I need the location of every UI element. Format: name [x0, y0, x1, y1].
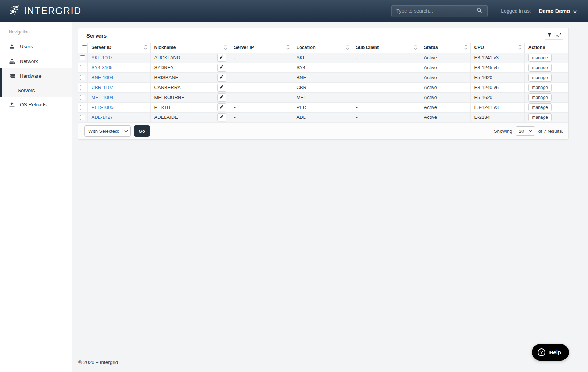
- pencil-icon: [219, 75, 224, 80]
- sidebar-section-label: Navigation: [0, 22, 72, 39]
- filter-icon: [547, 33, 552, 38]
- edit-nickname-button[interactable]: [217, 74, 226, 82]
- nickname-text: CANBERRA: [154, 85, 181, 90]
- user-menu[interactable]: Demo Demo: [539, 8, 577, 14]
- table-header-row: Server ID Nickname Server IP Location: [78, 43, 568, 53]
- server-ip-cell: -: [230, 92, 293, 102]
- row-checkbox[interactable]: [80, 65, 85, 70]
- edit-nickname-button[interactable]: [217, 103, 226, 111]
- location-cell: SY4: [293, 63, 352, 72]
- location-cell: PER: [293, 102, 352, 112]
- sort-icon: [518, 45, 521, 51]
- sidebar-item-servers[interactable]: Servers: [2, 83, 72, 97]
- filter-button[interactable]: [545, 31, 554, 40]
- servers-table: Server ID Nickname Server IP Location: [78, 43, 568, 123]
- refresh-button[interactable]: [554, 31, 563, 40]
- brand-name: INTERGRID: [24, 5, 82, 17]
- page-size-select[interactable]: 20: [516, 126, 535, 136]
- row-checkbox[interactable]: [80, 105, 85, 110]
- results-count-label: of 7 results.: [538, 128, 563, 134]
- select-all-checkbox[interactable]: [82, 45, 87, 50]
- cpu-cell: E5-1620: [470, 72, 524, 82]
- sub-client-cell: -: [352, 72, 420, 82]
- column-header-location[interactable]: Location: [293, 43, 352, 53]
- table-row: ME1-1004 MELBOURNE - ME1 - Active E5-162…: [78, 92, 568, 102]
- server-id-link[interactable]: PER-1005: [92, 104, 114, 110]
- row-checkbox[interactable]: [80, 75, 85, 80]
- edit-nickname-button[interactable]: [217, 64, 226, 72]
- column-header-nickname[interactable]: Nickname: [150, 43, 230, 53]
- manage-button[interactable]: manage: [528, 64, 552, 72]
- search-button[interactable]: [471, 6, 487, 17]
- nickname-text: BRISBANE: [154, 75, 179, 80]
- sidebar-item-os-reloads[interactable]: OS Reloads: [0, 97, 72, 112]
- search-icon: [477, 8, 482, 14]
- server-id-link[interactable]: CBR-1107: [92, 85, 114, 90]
- manage-button[interactable]: manage: [528, 84, 552, 92]
- cpu-cell: E-2134: [470, 112, 524, 122]
- pencil-icon: [219, 55, 224, 60]
- status-cell: Active: [420, 53, 470, 63]
- edit-nickname-button[interactable]: [217, 54, 226, 62]
- server-id-link[interactable]: AKL-1007: [92, 55, 113, 60]
- sub-client-cell: -: [352, 112, 420, 122]
- sidebar: Navigation Users Network: [0, 22, 72, 372]
- manage-button[interactable]: manage: [528, 74, 552, 82]
- edit-nickname-button[interactable]: [217, 93, 226, 102]
- edit-nickname-button[interactable]: [217, 113, 226, 121]
- select-all-header: [78, 43, 87, 53]
- server-id-link[interactable]: SY4-3105: [92, 65, 113, 70]
- manage-button[interactable]: manage: [528, 103, 552, 111]
- search-input[interactable]: [392, 6, 471, 17]
- sidebar-active-section: Hardware Servers: [0, 68, 72, 97]
- edit-nickname-button[interactable]: [217, 84, 226, 92]
- sidebar-item-label: Hardware: [20, 73, 42, 79]
- column-header-sub-client[interactable]: Sub Client: [352, 43, 420, 53]
- status-cell: Active: [420, 112, 470, 122]
- manage-button[interactable]: manage: [528, 113, 552, 121]
- cpu-cell: E3-1241 v3: [470, 102, 524, 112]
- row-checkbox[interactable]: [80, 55, 85, 60]
- server-id-link[interactable]: ADL-1427: [92, 114, 113, 120]
- refresh-icon: [556, 32, 561, 38]
- status-cell: Active: [420, 63, 470, 72]
- sub-client-cell: -: [352, 53, 420, 63]
- sort-icon: [414, 45, 417, 51]
- sidebar-item-hardware[interactable]: Hardware: [2, 68, 72, 83]
- sidebar-item-network[interactable]: Network: [0, 54, 72, 68]
- upload-icon: [9, 102, 15, 107]
- row-checkbox[interactable]: [80, 95, 85, 100]
- sort-icon: [346, 45, 349, 51]
- showing-label: Showing: [494, 128, 512, 134]
- column-header-server-ip[interactable]: Server IP: [230, 43, 293, 53]
- nickname-text: AUCKLAND: [154, 55, 180, 60]
- chevron-down-icon: [573, 8, 577, 14]
- server-ip-cell: -: [230, 102, 293, 112]
- sidebar-item-label: Users: [20, 44, 33, 49]
- go-button[interactable]: Go: [134, 125, 150, 137]
- server-id-link[interactable]: ME1-1004: [92, 95, 114, 100]
- page-footer: © 2020 – Intergrid: [72, 352, 588, 372]
- user-name: Demo Demo: [539, 8, 570, 14]
- location-cell: CBR: [293, 82, 352, 92]
- column-header-cpu[interactable]: CPU: [470, 43, 524, 53]
- cpu-cell: E3-1241 v3: [470, 53, 524, 63]
- help-button[interactable]: ? Help: [532, 344, 569, 361]
- row-checkbox[interactable]: [80, 115, 85, 120]
- column-header-status[interactable]: Status: [420, 43, 470, 53]
- sub-client-cell: -: [352, 63, 420, 72]
- with-selected-select[interactable]: With Selected:: [84, 125, 131, 137]
- pencil-icon: [219, 104, 224, 110]
- manage-button[interactable]: manage: [528, 93, 552, 102]
- manage-button[interactable]: manage: [528, 54, 552, 62]
- sidebar-item-users[interactable]: Users: [0, 39, 72, 54]
- server-id-link[interactable]: BNE-1004: [92, 75, 114, 80]
- user-icon: [9, 44, 15, 49]
- column-header-server-id[interactable]: Server ID: [87, 43, 150, 53]
- status-cell: Active: [420, 72, 470, 82]
- brand-logo[interactable]: INTERGRID: [0, 4, 82, 18]
- cpu-cell: E5-1620: [470, 92, 524, 102]
- sidebar-item-label: Network: [20, 59, 38, 64]
- row-checkbox[interactable]: [80, 85, 85, 90]
- server-ip-cell: -: [230, 82, 293, 92]
